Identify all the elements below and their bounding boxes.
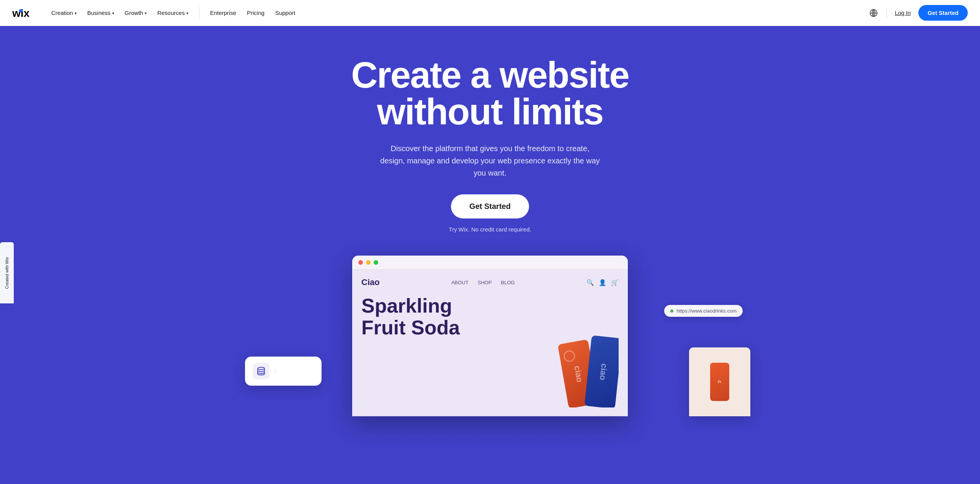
nav-item-growth[interactable]: Growth ▾ bbox=[120, 7, 151, 19]
side-created-label: Created with Wix bbox=[0, 242, 14, 303]
language-selector[interactable] bbox=[867, 6, 880, 20]
connector-dot bbox=[275, 369, 276, 370]
thumb-can-label: c bbox=[717, 380, 723, 383]
svg-point-6 bbox=[258, 367, 265, 370]
mock-brand: Ciao bbox=[361, 277, 380, 287]
nav-item-support[interactable]: Support bbox=[271, 7, 300, 19]
mock-hero-text: Sparkling Fruit Soda bbox=[361, 295, 469, 339]
chevron-down-icon: ▾ bbox=[145, 11, 147, 15]
url-text: https://www.ciaodrinks.com bbox=[676, 308, 737, 314]
can-orange-label: ciao bbox=[572, 365, 585, 383]
connector-dot bbox=[275, 371, 276, 372]
login-button[interactable]: Log In bbox=[893, 7, 912, 19]
browser-content: Ciao ABOUT SHOP BLOG 🔍 👤 🛒 Sparkling Fru… bbox=[352, 270, 628, 415]
nav-right: Log In Get Started bbox=[867, 5, 968, 21]
connector-dot bbox=[275, 372, 276, 373]
url-pill: https://www.ciaodrinks.com bbox=[664, 305, 743, 317]
mock-nav-links: ABOUT SHOP BLOG bbox=[451, 280, 515, 285]
can-starburst bbox=[563, 350, 576, 363]
nav-item-business[interactable]: Business ▾ bbox=[83, 7, 119, 19]
no-credit-card-text: Try Wix. No credit card required. bbox=[351, 226, 629, 233]
browser-dot-red bbox=[358, 260, 363, 265]
nav-item-enterprise[interactable]: Enterprise bbox=[206, 7, 241, 19]
mock-nav-icons: 🔍 👤 🛒 bbox=[586, 279, 619, 286]
mock-nav: Ciao ABOUT SHOP BLOG 🔍 👤 🛒 bbox=[361, 277, 619, 287]
logo[interactable]: wix bbox=[12, 7, 34, 19]
nav-item-creation[interactable]: Creation ▾ bbox=[47, 7, 81, 19]
mock-user-icon: 👤 bbox=[599, 279, 606, 286]
hero-cta-button[interactable]: Get Started bbox=[451, 194, 529, 218]
browser-mockup: Ciao ABOUT SHOP BLOG 🔍 👤 🛒 Sparkling Fru… bbox=[352, 256, 628, 416]
chevron-down-icon: ▾ bbox=[186, 11, 188, 15]
can-blue-label: ciao bbox=[598, 363, 609, 381]
floating-card-left bbox=[245, 357, 322, 386]
chevron-down-icon: ▾ bbox=[112, 11, 114, 15]
hero-subtitle: Discover the platform that gives you the… bbox=[379, 142, 601, 179]
hero-title: Create a website without limits bbox=[351, 57, 629, 130]
mock-search-icon: 🔍 bbox=[586, 279, 594, 286]
floating-card-left-connector bbox=[275, 368, 276, 374]
browser-dot-green bbox=[374, 260, 378, 265]
hero-content: Create a website without limits Discover… bbox=[342, 57, 638, 256]
url-secure-dot bbox=[670, 310, 673, 313]
thumb-can: c bbox=[710, 363, 729, 401]
mock-nav-about: ABOUT bbox=[451, 280, 469, 285]
browser-bar bbox=[352, 256, 628, 270]
svg-text:wix: wix bbox=[12, 7, 30, 19]
nav-item-pricing[interactable]: Pricing bbox=[242, 7, 269, 19]
navbar: wix Creation ▾ Business ▾ Growth ▾ Resou… bbox=[0, 0, 980, 26]
mock-nav-shop: SHOP bbox=[478, 280, 492, 285]
nav-item-resources[interactable]: Resources ▾ bbox=[153, 7, 193, 19]
nav-links: Creation ▾ Business ▾ Growth ▾ Resources… bbox=[47, 7, 867, 19]
mock-cart-icon: 🛒 bbox=[611, 279, 619, 286]
mock-nav-blog: BLOG bbox=[501, 280, 515, 285]
thumb-card: c bbox=[689, 347, 750, 416]
browser-dot-yellow bbox=[366, 260, 371, 265]
thumb-content: c bbox=[689, 347, 750, 416]
chevron-down-icon: ▾ bbox=[75, 11, 77, 15]
nav-divider bbox=[199, 7, 199, 19]
nav-divider-v bbox=[887, 8, 887, 18]
hero-section: Create a website without limits Discover… bbox=[0, 26, 980, 484]
get-started-nav-button[interactable]: Get Started bbox=[918, 5, 968, 21]
hero-preview-area: Ciao ABOUT SHOP BLOG 🔍 👤 🛒 Sparkling Fru… bbox=[222, 256, 758, 416]
svg-point-1 bbox=[19, 9, 22, 12]
can-blue: ciao bbox=[585, 336, 619, 408]
cans-group: ciao ciao bbox=[361, 331, 619, 407]
database-icon bbox=[253, 363, 270, 380]
